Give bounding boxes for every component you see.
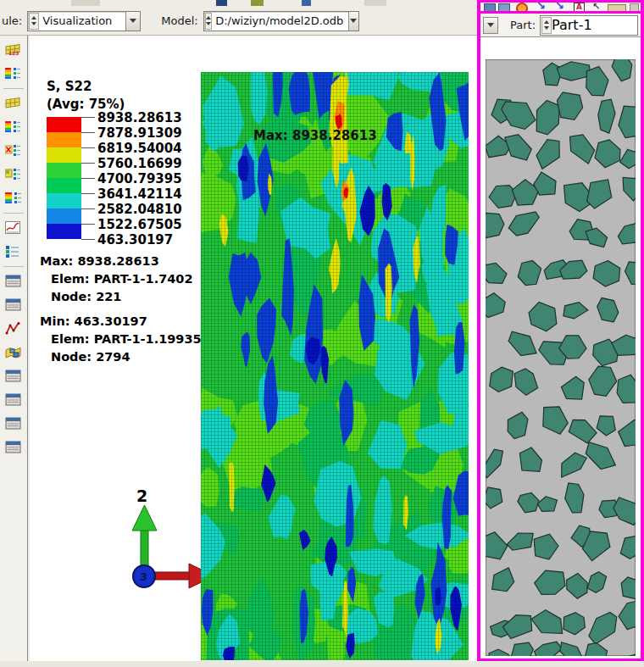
part-value: Part-1 xyxy=(552,17,592,33)
cursor-icon: ↖ xyxy=(592,3,600,11)
legend-tick xyxy=(81,132,95,133)
dialog-window-icon-2[interactable] xyxy=(2,294,25,316)
color-dots-icon[interactable] xyxy=(2,241,25,263)
toolbar-fragment xyxy=(498,3,510,11)
mesh-contour-svg: Max: 8938.28613 xyxy=(201,72,469,660)
module-label: ule: xyxy=(2,14,22,27)
dialog-window-icon-5[interactable] xyxy=(2,413,25,435)
ruler-icon xyxy=(608,4,626,11)
context-bar: ule: Visualization Model: D:/wiziyn/mode… xyxy=(0,7,477,36)
window-bottom-strip xyxy=(0,661,644,667)
abaqus-visualization-window: ule: Visualization Model: D:/wiziyn/mode… xyxy=(0,0,644,667)
visualization-toolbox: 123 xyxy=(0,36,28,667)
max-value: Max: 8938.28613 xyxy=(40,253,202,270)
min-node: Node: 2794 xyxy=(40,348,202,366)
toolbar-fragment xyxy=(484,3,496,11)
map-icon[interactable] xyxy=(2,342,25,364)
model-value: D:/wiziyn/model2D.odb xyxy=(212,14,348,27)
legend-tick xyxy=(81,193,95,194)
part-combobox[interactable]: Part-1 xyxy=(540,15,638,36)
toolbar-fragment xyxy=(364,0,386,6)
axis-2-arrow-icon xyxy=(132,505,157,531)
x-grid-icon[interactable] xyxy=(2,140,25,162)
module-combobox[interactable]: Visualization xyxy=(27,11,141,31)
legend-swatch xyxy=(47,208,81,224)
dialog-window-icon-1[interactable] xyxy=(2,270,25,292)
part-viewport[interactable] xyxy=(480,37,641,658)
model-dropdown-icon[interactable] xyxy=(348,12,358,31)
part-context-bar: Part: Part-1 xyxy=(480,14,641,36)
clipped-toolbar-strip xyxy=(0,0,477,7)
svg-text:123: 123 xyxy=(8,50,19,56)
axis-3-label: 3 xyxy=(140,570,147,583)
clipped-toolbar-strip-right: ↘ ↘ A ↖ xyxy=(480,3,641,11)
plot-max-annotation: Max: 8938.28613 xyxy=(253,128,377,143)
result-summary: Max: 8938.28613 Elem: PART-1-1.7402 Node… xyxy=(40,253,202,366)
numbered-grid-icon[interactable]: 123 xyxy=(2,39,25,61)
toolbar-fragment xyxy=(630,3,639,11)
legend-value: 463.30197 xyxy=(97,232,173,247)
legend-swatch xyxy=(47,178,81,193)
dialog-window-icon-6[interactable] xyxy=(2,436,25,459)
contour-bands-icon-2[interactable] xyxy=(2,116,25,138)
legend-tick xyxy=(81,147,95,148)
dialog-window-icon-4[interactable] xyxy=(2,389,25,411)
legend-tick xyxy=(81,178,95,179)
toolbar-fragment xyxy=(251,0,264,6)
grid-icon[interactable] xyxy=(2,92,25,114)
part-dropdown-icon[interactable] xyxy=(483,17,498,34)
min-elem: Elem: PART-1-1.19935 xyxy=(40,331,202,348)
toolbar-fragment xyxy=(71,0,100,6)
model-combobox[interactable]: D:/wiziyn/model2D.odb xyxy=(203,11,359,31)
axis-2-label: 2 xyxy=(136,486,147,505)
legend-tick xyxy=(81,117,95,118)
legend-value: 3641.42114 xyxy=(97,186,182,202)
part-module-panel: ↘ ↘ A ↖ Part: Part-1 xyxy=(477,0,644,662)
toolbar-fragment xyxy=(302,0,311,6)
legend-value: 7878.91309 xyxy=(97,125,182,141)
toolbar-fragment xyxy=(216,0,227,6)
legend-swatch xyxy=(47,224,81,239)
legend-swatch xyxy=(47,193,81,208)
max-node: Node: 221 xyxy=(40,288,202,306)
model-label: Model: xyxy=(161,14,197,27)
legend-swatch xyxy=(47,163,81,178)
toolbox-separator xyxy=(3,88,24,89)
model-spinner[interactable] xyxy=(205,13,212,30)
legend-tick xyxy=(81,224,95,225)
min-value: Min: 463.30197 xyxy=(40,313,202,331)
legend-swatch xyxy=(47,117,81,132)
contour-bands-icon[interactable] xyxy=(2,63,25,85)
legend-value: 5760.16699 xyxy=(97,156,182,171)
module-spinner[interactable] xyxy=(29,13,39,30)
view-triad: 2 3 1 xyxy=(80,483,216,593)
main-viewport[interactable]: S, S22 (Avg: 75%) 8938.286137878.9130968… xyxy=(30,36,477,661)
legend-value: 1522.67505 xyxy=(97,217,182,232)
dialog-window-icon-3[interactable] xyxy=(2,365,25,387)
legend-tick xyxy=(81,163,95,164)
legend-swatch xyxy=(47,132,81,147)
module-value: Visualization xyxy=(39,14,125,27)
module-dropdown-icon[interactable] xyxy=(125,12,140,31)
arrow-icon: ↘ xyxy=(536,3,546,11)
legend-value: 4700.79395 xyxy=(97,171,182,186)
legend-value: 6819.54004 xyxy=(97,141,182,156)
arrow-icon: ↘ xyxy=(555,3,564,11)
stress-contour-plot[interactable]: Max: 8938.28613 xyxy=(201,72,469,660)
flag-grid-icon[interactable] xyxy=(2,164,25,186)
max-elem: Elem: PART-1-1.7402 xyxy=(40,270,202,288)
rainbow-bands-icon[interactable] xyxy=(2,187,25,209)
toolbox-separator xyxy=(3,266,24,267)
target-icon xyxy=(516,3,528,11)
text-annotation-icon: A xyxy=(574,3,585,11)
part-label: Part: xyxy=(510,19,536,31)
part-geometry-svg xyxy=(486,59,636,656)
part-spinner[interactable] xyxy=(541,17,552,34)
xy-curve-icon[interactable] xyxy=(2,318,25,340)
legend-tick xyxy=(81,239,95,240)
legend-value: 2582.04810 xyxy=(97,202,182,217)
legend-swatch xyxy=(47,147,81,163)
mesh-grid-overlay xyxy=(201,72,469,660)
line-chart-icon[interactable] xyxy=(2,217,25,239)
toolbox-separator xyxy=(3,213,24,214)
